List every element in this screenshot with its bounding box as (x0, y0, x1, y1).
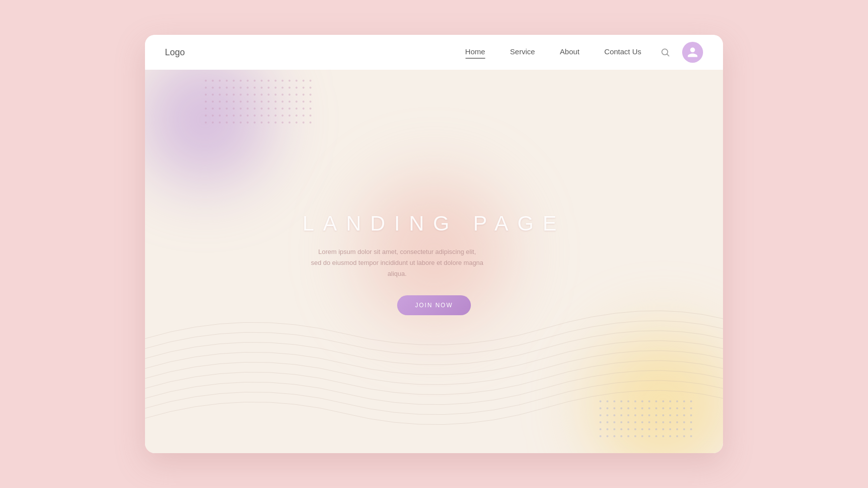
hero-content: LANDING PAGE Lorem ipsum dolor sit amet,… (302, 212, 566, 315)
nav-link-service[interactable]: Service (510, 47, 535, 58)
hero-title: LANDING PAGE (302, 212, 566, 236)
nav-link-contact[interactable]: Contact Us (604, 47, 641, 58)
dot-pattern-top-left (205, 80, 312, 124)
nav-icons (656, 42, 703, 63)
nav-link-about[interactable]: About (560, 47, 579, 58)
logo: Logo (165, 47, 185, 58)
navbar: Logo Home Service About Contact Us (145, 35, 723, 70)
search-icon[interactable] (656, 43, 674, 61)
hero-subtitle: Lorem ipsum dolor sit amet, consectetur … (302, 246, 492, 279)
user-avatar[interactable] (682, 42, 703, 63)
dot-pattern-bottom-right (599, 400, 693, 438)
svg-line-1 (667, 54, 669, 56)
nav-link-home[interactable]: Home (465, 47, 485, 58)
svg-point-0 (662, 49, 668, 55)
join-now-button[interactable]: JOIN NOW (397, 295, 471, 315)
hero-section: LANDING PAGE Lorem ipsum dolor sit amet,… (145, 70, 723, 453)
nav-links: Home Service About Contact Us (465, 47, 641, 58)
browser-frame: Logo Home Service About Contact Us (145, 35, 723, 453)
